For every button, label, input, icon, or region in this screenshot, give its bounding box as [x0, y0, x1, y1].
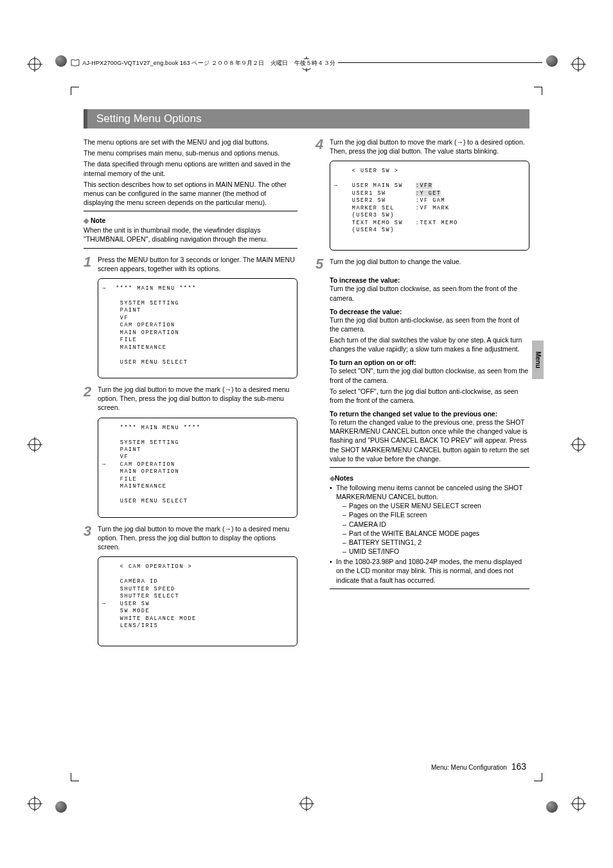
- sub-heading: To increase the value:: [330, 276, 529, 284]
- step-number: 1: [84, 255, 98, 269]
- menu-item: USER SW: [120, 601, 150, 607]
- menu-value: :Y GET: [416, 190, 441, 197]
- step-text: Turn the jog dial button to move the mar…: [330, 137, 529, 155]
- note-dash: Part of the WHITE BALANCE MODE pages: [342, 529, 529, 538]
- detail-text: To select "ON", turn the jog dial button…: [330, 366, 529, 384]
- menu-item: SYSTEM SETTING: [120, 300, 179, 306]
- divider: [84, 211, 298, 211]
- menu-item: WHITE BALANCE MODE: [120, 616, 197, 622]
- registration-mark-icon: [27, 796, 42, 811]
- sub-heading: To turn an option on or off:: [330, 359, 529, 366]
- screen-cam-operation: < CAM OPERATION > CAMERA ID SHUTTER SPEE…: [98, 556, 298, 646]
- menu-item: USER MENU SELECT: [120, 498, 188, 504]
- footer-section: Menu: Menu Configuration: [431, 764, 507, 771]
- menu-item: CAMERA ID: [120, 578, 158, 585]
- note-bullet: The following menu items cannot be cance…: [330, 483, 529, 556]
- corner-dot-icon: [546, 55, 558, 67]
- note-text: The following menu items cannot be cance…: [336, 484, 522, 500]
- menu-item: USER MENU SELECT: [120, 359, 188, 366]
- screen-main-menu-1: → **** MAIN MENU **** SYSTEM SETTING PAI…: [98, 278, 298, 378]
- menu-item: SW MODE: [120, 608, 150, 614]
- step-5: 5 Turn the jog dial button to change the…: [315, 257, 529, 271]
- menu-item: MAINTENANCE: [120, 344, 167, 351]
- menu-value: :VF MARK: [416, 205, 450, 211]
- note-dash: UMID SET/INFO: [342, 547, 529, 556]
- menu-value: :VF GAM: [416, 197, 445, 204]
- step-text: Turn the jog dial button to move the mar…: [98, 385, 298, 412]
- header-text: AJ-HPX2700G-VQT1V27_eng.book 163 ページ ２００…: [71, 59, 338, 68]
- detail-text: Each turn of the dial switches the value…: [330, 335, 529, 353]
- page-number: 163: [511, 761, 526, 772]
- divider: [84, 248, 298, 249]
- screen-title: < USER SW >: [352, 168, 399, 174]
- side-tab-label: Menu: [535, 351, 542, 368]
- left-column: The menu options are set with the MENU a…: [84, 137, 298, 651]
- step-text: Turn the jog dial button to move the mar…: [98, 524, 298, 552]
- step-text: Press the MENU button for 3 seconds or l…: [98, 255, 298, 273]
- corner-dot-icon: [546, 801, 558, 813]
- intro-p2: The menu comprises main menu, sub-menus …: [84, 148, 298, 157]
- menu-item: USER1 SW: [352, 190, 386, 197]
- footer: Menu: Menu Configuration 163: [431, 761, 526, 772]
- menu-item: PAINT: [120, 447, 141, 453]
- note-bullet: In the 1080-23.98P and 1080-24P modes, t…: [330, 557, 529, 585]
- step-3: 3 Turn the jog dial button to move the m…: [84, 524, 298, 552]
- screen-title: **** MAIN MENU ****: [116, 285, 196, 292]
- notes-list: The following menu items cannot be cance…: [330, 483, 529, 585]
- detail-text: To return the changed value to the previ…: [330, 418, 529, 463]
- menu-item: TEXT MEMO SW: [352, 220, 403, 226]
- step-details: To increase the value: Turn the jog dial…: [315, 276, 529, 589]
- intro-p1: The menu options are set with the MENU a…: [84, 137, 298, 146]
- menu-item: MARKER SEL: [352, 205, 395, 211]
- step-1: 1 Press the MENU button for 3 seconds or…: [84, 255, 298, 273]
- step-text: Turn the jog dial button to change the v…: [330, 257, 529, 266]
- step-4: 4 Turn the jog dial button to move the m…: [315, 137, 529, 155]
- divider: [330, 589, 529, 589]
- menu-item: USER2 SW: [352, 197, 386, 204]
- corner-dot-icon: [55, 801, 67, 813]
- registration-mark-icon: [571, 57, 586, 72]
- menu-item: FILE: [120, 337, 137, 343]
- side-tab: Menu: [532, 341, 544, 379]
- menu-item: (USER4 SW): [352, 227, 395, 233]
- registration-mark-icon: [571, 796, 586, 811]
- note-heading: Note: [84, 217, 298, 224]
- menu-item: (USER3 SW): [352, 212, 395, 218]
- step-2: 2 Turn the jog dial button to move the m…: [84, 385, 298, 412]
- step-number: 2: [84, 385, 98, 399]
- sub-heading: To decrease the value:: [330, 308, 529, 315]
- corner-dot-icon: [55, 55, 67, 67]
- crop-mark-icon: [71, 773, 79, 781]
- registration-mark-icon: [571, 437, 586, 452]
- arrow-icon: →: [102, 601, 107, 608]
- menu-item: SYSTEM SETTING: [120, 439, 179, 446]
- right-column: 4 Turn the jog dial button to move the m…: [315, 137, 529, 651]
- menu-item: MAINTENANCE: [120, 483, 167, 490]
- screen-title: **** MAIN MENU ****: [120, 425, 200, 431]
- arrow-icon: →: [102, 285, 107, 292]
- menu-item: MAIN OPERATION: [120, 330, 179, 336]
- content: Setting Menu Options The menu options ar…: [84, 109, 529, 759]
- notes-sublist: Pages on the USER MENU SELECT screen Pag…: [336, 501, 529, 556]
- menu-item: LENS/IRIS: [120, 623, 158, 629]
- page: AJ-HPX2700G-VQT1V27_eng.book 163 ページ ２００…: [0, 0, 613, 868]
- notes-heading: Notes: [330, 474, 529, 482]
- menu-item: MAIN OPERATION: [120, 468, 179, 475]
- sub-heading: To return the changed set value to the p…: [330, 410, 529, 418]
- menu-item: PAINT: [120, 307, 141, 314]
- header-rule: AJ-HPX2700G-VQT1V27_eng.book 163 ページ ２００…: [71, 62, 542, 63]
- crop-mark-icon: [534, 87, 542, 95]
- detail-text: Turn the jog dial button clockwise, as s…: [330, 284, 529, 302]
- menu-item: USER MAIN SW: [352, 182, 403, 189]
- note-dash: BATTERY SETTING1, 2: [342, 538, 529, 547]
- menu-item: SHUTTER SPEED: [120, 586, 175, 592]
- intro-p3: The data specified through menu options …: [84, 159, 298, 177]
- screen-title: < CAM OPERATION >: [120, 563, 192, 570]
- header-filename: AJ-HPX2700G-VQT1V27_eng.book 163 ページ ２００…: [82, 60, 335, 66]
- columns: The menu options are set with the MENU a…: [84, 137, 529, 651]
- menu-value: :TEXT MEMO: [416, 220, 458, 226]
- step-number: 5: [315, 257, 330, 271]
- detail-text: To select "OFF", turn the jog dial butto…: [330, 387, 529, 405]
- menu-item: FILE: [120, 476, 137, 483]
- detail-text: Turn the jog dial button anti-clockwise,…: [330, 315, 529, 333]
